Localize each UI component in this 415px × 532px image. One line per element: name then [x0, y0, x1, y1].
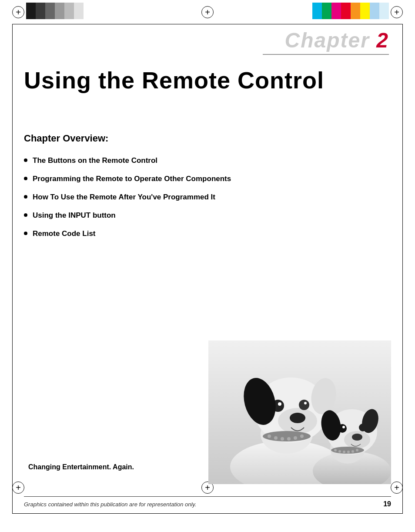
bullet-text: The Buttons on the Remote Control	[33, 156, 157, 165]
chapter-number: 2	[376, 29, 389, 52]
svg-point-8	[299, 400, 309, 410]
bullet-dot	[24, 213, 27, 217]
list-item: Remote Code List	[24, 229, 391, 238]
list-item: Programming the Remote to Operate Other …	[24, 175, 391, 183]
page: Chapter 2 Using the Remote Control Chapt…	[0, 0, 415, 532]
color-bar-cyan	[312, 3, 322, 19]
border-left	[12, 24, 13, 514]
caption-text: Changing Entertainment. Again.	[28, 463, 134, 471]
svg-point-33	[343, 451, 345, 453]
color-bar-lightest-blue	[379, 3, 389, 19]
bullet-text: Programming the Remote to Operate Other …	[33, 175, 231, 183]
svg-point-9	[304, 402, 307, 404]
svg-point-23	[352, 434, 362, 441]
bullet-text: How To Use the Remote After You've Progr…	[33, 193, 215, 202]
svg-point-5	[290, 413, 305, 423]
color-bars-right	[312, 3, 389, 19]
color-bar-2	[36, 3, 45, 19]
color-bar-magenta	[331, 3, 341, 19]
border-right	[402, 24, 403, 514]
color-bar-orange	[351, 3, 360, 19]
bullet-dot	[24, 177, 27, 180]
reg-mark-bottom-right	[391, 481, 403, 494]
svg-point-13	[268, 434, 271, 438]
bullet-dot	[24, 195, 27, 199]
svg-point-7	[278, 402, 281, 406]
svg-point-14	[274, 436, 278, 440]
color-bar-3	[45, 3, 55, 19]
list-item: Using the INPUT button	[24, 211, 391, 220]
color-bar-yellow	[360, 3, 370, 19]
chapter-heading: Chapter 2	[263, 28, 389, 55]
content-area: Chapter Overview: The Buttons on the Rem…	[24, 133, 391, 248]
color-bar-red	[341, 3, 351, 19]
svg-point-32	[338, 450, 341, 453]
color-bar-light-blue	[370, 3, 379, 19]
list-item: How To Use the Remote After You've Progr…	[24, 193, 391, 202]
bottom-image-area: Changing Entertainment. Again.	[24, 336, 391, 484]
svg-point-36	[356, 449, 358, 451]
footer-disclaimer: Graphics contained within this publicati…	[24, 501, 196, 508]
chapter-word: Chapter	[285, 29, 370, 52]
svg-point-31	[334, 449, 337, 451]
bullet-text: Using the INPUT button	[33, 211, 116, 220]
main-title-text: Using the Remote Control	[24, 67, 391, 93]
bullet-list: The Buttons on the Remote Control Progra…	[24, 156, 391, 238]
overview-title: Chapter Overview:	[24, 133, 391, 144]
reg-mark-bottom-left	[12, 481, 24, 494]
color-bars-left	[26, 3, 84, 19]
color-bar-6	[74, 3, 84, 19]
color-bar-5	[64, 3, 74, 19]
bullet-text: Remote Code List	[33, 229, 96, 238]
dogs-svg	[208, 340, 391, 484]
reg-mark-top-left	[12, 6, 24, 18]
color-bar-4	[55, 3, 64, 19]
svg-point-17	[294, 436, 297, 440]
svg-point-15	[281, 437, 284, 441]
chapter-title: Chapter 2	[263, 28, 389, 52]
bullet-dot	[24, 158, 27, 162]
dogs-image	[208, 340, 391, 484]
svg-point-18	[300, 434, 304, 438]
border-top	[12, 24, 403, 24]
footer-page-number: 19	[383, 500, 391, 508]
reg-mark-top-right	[391, 6, 403, 18]
reg-mark-center-top	[201, 6, 214, 18]
color-bar-green	[322, 3, 331, 19]
color-bar-1	[26, 3, 36, 19]
svg-point-34	[347, 451, 350, 453]
chapter-underline	[263, 54, 389, 55]
main-title-container: Using the Remote Control	[24, 67, 391, 93]
bullet-dot	[24, 232, 27, 235]
list-item: The Buttons on the Remote Control	[24, 156, 391, 165]
svg-point-35	[351, 450, 354, 453]
footer: Graphics contained within this publicati…	[24, 496, 391, 508]
svg-point-16	[287, 437, 291, 441]
svg-point-25	[342, 426, 345, 428]
border-bottom	[12, 513, 403, 514]
